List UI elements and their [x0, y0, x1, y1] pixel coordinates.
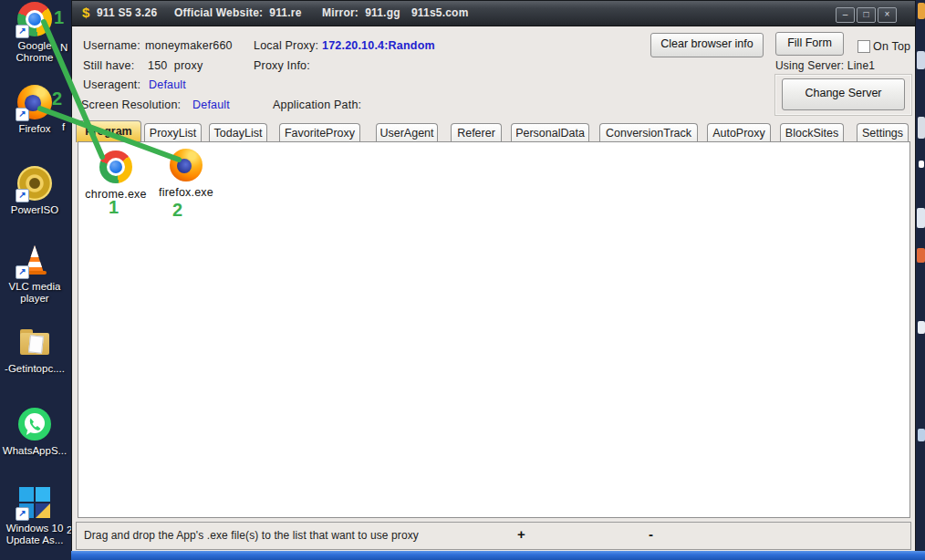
- desktop: ↗ Google Chrome ↗ Firefox ↗ PowerISO: [0, 0, 925, 560]
- firefox-icon: ↗: [17, 85, 52, 119]
- still-have-value: 150 proxy: [148, 59, 203, 72]
- mirror-text: Mirror: 911.gg: [322, 6, 400, 19]
- tab-autoproxy[interactable]: AutoProxy: [707, 123, 771, 142]
- desktop-icon-label: -Getintopc....: [0, 363, 69, 375]
- firefox-icon: [170, 149, 203, 181]
- titlebar[interactable]: $ 911 S5 3.26 Official Website: 911.re M…: [72, 1, 915, 26]
- folder-icon: [17, 325, 52, 359]
- windows-logo-icon: ↗: [17, 484, 52, 519]
- username-value: moneymaker660: [145, 39, 233, 52]
- app-exe-name: firefox.exe: [151, 186, 221, 199]
- useragent-value[interactable]: Default: [149, 78, 186, 91]
- window-title: 911 S5 3.26: [97, 6, 157, 19]
- desktop-icon-label: Firefox: [0, 123, 69, 135]
- on-top-label: On Top: [873, 40, 910, 53]
- close-button[interactable]: ×: [878, 7, 897, 23]
- partial-desktop-icon: [917, 51, 925, 69]
- hidden-icon-label-fragment: N: [60, 42, 68, 53]
- tab-bar: Program ProxyList TodayList FavoriteProx…: [76, 120, 909, 142]
- app-entry-chrome[interactable]: chrome.exe: [81, 150, 151, 201]
- whatsapp-icon: [17, 407, 52, 441]
- tab-settings[interactable]: Settings: [857, 123, 909, 142]
- poweriso-disc-icon: ↗: [17, 166, 52, 201]
- shortcut-arrow-icon: ↗: [16, 507, 29, 521]
- chrome-icon: ↗: [17, 2, 52, 36]
- tab-blocksites[interactable]: BlockSites: [780, 123, 844, 142]
- tab-personaldata[interactable]: PersonalData: [511, 123, 589, 142]
- app-window: $ 911 S5 3.26 Official Website: 911.re M…: [71, 0, 916, 552]
- partial-desktop-icon: [917, 248, 925, 263]
- app-logo-dollar-icon: $: [82, 5, 89, 20]
- screen-resolution-label: Screen Resolution:: [81, 99, 181, 111]
- desktop-icon-label: Windows 10 Update As...: [0, 523, 69, 546]
- tab-conversiontrack[interactable]: ConversionTrack: [599, 123, 698, 142]
- desktop-icon-label: WhatsAppS...: [0, 445, 69, 457]
- partial-desktop-icon: [918, 429, 925, 441]
- proxy-info-label: Proxy Info:: [254, 59, 310, 72]
- program-app-list: chrome.exe firefox.exe 1 2: [78, 141, 910, 518]
- app-entry-firefox[interactable]: firefox.exe: [151, 149, 221, 199]
- maximize-button[interactable]: □: [857, 7, 876, 23]
- tab-favoriteproxy[interactable]: FavoriteProxy: [279, 123, 360, 142]
- taskbar-edge[interactable]: [71, 551, 925, 560]
- remove-app-button[interactable]: -: [649, 526, 653, 542]
- desktop-icon-firefox[interactable]: ↗ Firefox: [0, 85, 69, 135]
- change-server-button[interactable]: Change Server: [782, 78, 905, 110]
- minimize-button[interactable]: –: [836, 7, 855, 23]
- hidden-icon-label-fragment: f: [62, 121, 65, 132]
- tab-proxylist[interactable]: ProxyList: [144, 123, 202, 142]
- shortcut-arrow-icon: ↗: [16, 265, 29, 279]
- annotation-number-2: 2: [172, 200, 182, 221]
- shortcut-arrow-icon: ↗: [16, 189, 29, 202]
- still-have-label: Still have:: [83, 59, 134, 72]
- tab-program[interactable]: Program: [76, 120, 141, 142]
- partial-desktop-icon: [917, 208, 925, 228]
- site-text: 911s5.com: [411, 6, 469, 19]
- vlc-cone-icon: ↗: [17, 243, 52, 277]
- chrome-icon: [99, 150, 132, 183]
- tab-useragent[interactable]: UserAgent: [376, 123, 438, 142]
- dragdrop-hint-text: Drag and drop the App's .exe file(s) to …: [84, 529, 419, 542]
- add-app-button[interactable]: +: [517, 526, 525, 542]
- desktop-icon-label: PowerISO: [0, 204, 69, 216]
- tab-referer[interactable]: Referer: [451, 123, 502, 142]
- application-path-label: Application Path:: [273, 99, 361, 111]
- username-label: Username:: [83, 39, 140, 52]
- using-server-text: Using Server: Line1: [775, 59, 875, 72]
- shortcut-arrow-icon: ↗: [16, 25, 29, 38]
- desktop-icon-google-chrome[interactable]: ↗ Google Chrome: [0, 2, 69, 64]
- desktop-icon-label: VLC media player: [0, 281, 69, 305]
- fill-form-button[interactable]: Fill Form: [775, 32, 844, 56]
- desktop-icon-getintopc-folder[interactable]: -Getintopc....: [0, 325, 69, 375]
- app-exe-name: chrome.exe: [81, 188, 151, 201]
- desktop-icon-poweriso[interactable]: ↗ PowerISO: [0, 166, 69, 216]
- partial-desktop-icon: [918, 321, 925, 334]
- official-website-text: Official Website: 911.re: [174, 6, 302, 19]
- shortcut-arrow-icon: ↗: [16, 108, 29, 121]
- clear-browser-info-button[interactable]: Clear browser info: [650, 33, 764, 57]
- partial-desktop-icon: [919, 161, 924, 168]
- desktop-icon-windows10-update[interactable]: ↗ Windows 10 Update As...: [0, 484, 69, 546]
- desktop-icon-whatsapp[interactable]: WhatsAppS...: [0, 407, 69, 457]
- useragent-label: Useragent:: [83, 78, 140, 91]
- desktop-icon-label: Google Chrome: [0, 40, 69, 64]
- partial-desktop-icon: [918, 3, 925, 19]
- desktop-icon-vlc[interactable]: ↗ VLC media player: [0, 243, 69, 305]
- local-proxy-value[interactable]: 172.20.10.4:Random: [322, 39, 435, 52]
- local-proxy-label: Local Proxy:: [254, 39, 318, 52]
- partial-desktop-icon: [918, 117, 925, 139]
- on-top-checkbox[interactable]: [857, 40, 870, 53]
- screen-resolution-value[interactable]: Default: [192, 99, 230, 111]
- dragdrop-bar[interactable]: Drag and drop the App's .exe file(s) to …: [76, 522, 911, 550]
- tab-todaylist[interactable]: TodayList: [209, 123, 267, 142]
